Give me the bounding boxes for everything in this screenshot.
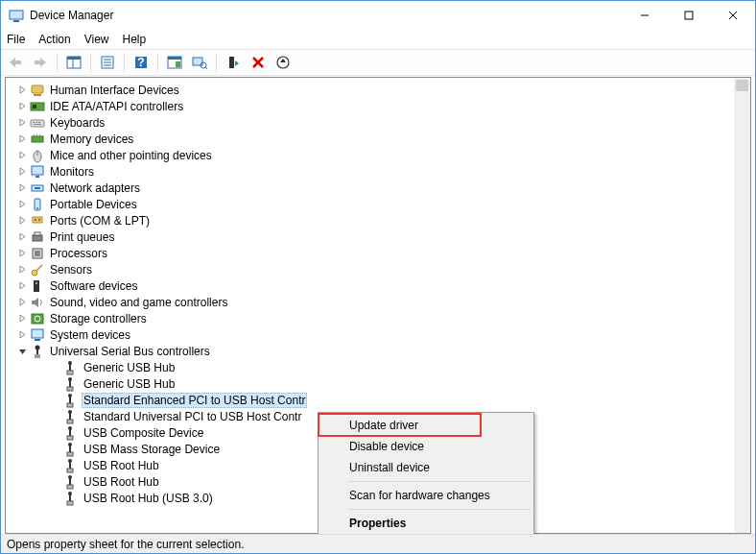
tree-node[interactable]: Memory devices [6, 131, 750, 147]
expand-icon[interactable] [15, 249, 29, 257]
menu-file[interactable]: File [7, 33, 25, 46]
properties-button[interactable] [97, 52, 118, 73]
usb-device-icon [62, 425, 78, 441]
help-button[interactable]: ? [130, 52, 152, 73]
enable-device-button[interactable] [223, 52, 244, 73]
tree-node[interactable]: Print queues [6, 229, 750, 245]
svg-rect-69 [67, 387, 73, 391]
tree-node[interactable]: Network adapters [6, 180, 750, 196]
tree-label: Print queues [48, 230, 116, 244]
expand-icon[interactable] [15, 200, 29, 208]
device-icon [30, 164, 45, 180]
expand-icon[interactable] [15, 102, 29, 110]
tree-node-usb[interactable]: Universal Serial Bus controllers [6, 343, 750, 359]
forward-button[interactable] [30, 52, 51, 73]
context-menu: Update driver Disable device Uninstall d… [318, 412, 534, 537]
cm-scan-hardware[interactable]: Scan for hardware changes [320, 485, 532, 506]
expand-icon[interactable] [15, 183, 29, 192]
tree-label: USB Root Hub [82, 459, 161, 472]
device-icon [30, 311, 45, 326]
tree-node[interactable]: Portable Devices [6, 196, 750, 212]
cm-disable-device[interactable]: Disable device [320, 436, 532, 457]
expand-icon[interactable] [15, 281, 29, 290]
cm-update-driver[interactable]: Update driver [320, 415, 532, 436]
tree-child[interactable]: Generic USB Hub [6, 359, 750, 375]
tree-node[interactable]: Sound, video and game controllers [6, 294, 750, 310]
expand-icon[interactable] [15, 330, 29, 339]
tree-label: Monitors [48, 165, 96, 179]
svg-rect-71 [69, 397, 71, 403]
device-icon [30, 148, 45, 163]
menu-view[interactable]: View [84, 33, 109, 46]
usb-device-icon [62, 393, 78, 408]
action-button[interactable] [164, 52, 185, 73]
svg-point-49 [35, 219, 36, 221]
expand-icon[interactable] [15, 232, 29, 241]
tree-node[interactable]: Processors [6, 245, 750, 261]
svg-rect-83 [69, 462, 71, 469]
tree-label: Generic USB Hub [82, 361, 177, 374]
expand-icon[interactable] [15, 298, 29, 306]
cm-uninstall-device[interactable]: Uninstall device [320, 457, 532, 478]
expand-icon[interactable] [15, 216, 29, 225]
device-icon [30, 278, 45, 294]
svg-rect-1 [13, 20, 19, 22]
svg-rect-65 [69, 364, 71, 371]
svg-rect-45 [35, 187, 40, 189]
tree-node[interactable]: System devices [6, 326, 750, 343]
app-icon [9, 8, 24, 23]
minimize-button[interactable] [623, 1, 667, 30]
expand-icon[interactable] [15, 85, 29, 94]
back-button[interactable] [5, 52, 26, 73]
scan-hardware-button[interactable] [189, 52, 210, 73]
tree-label: Processors [48, 247, 109, 260]
window-title: Device Manager [30, 9, 623, 22]
tree-node[interactable]: Mice and other pointing devices [6, 147, 750, 163]
expand-icon[interactable] [15, 118, 29, 127]
expand-icon[interactable] [15, 167, 29, 176]
svg-rect-86 [69, 478, 71, 485]
tree-node[interactable]: Sensors [6, 261, 750, 277]
expand-icon[interactable] [15, 314, 29, 323]
menu-action[interactable]: Action [38, 33, 70, 46]
cm-properties[interactable]: Properties [320, 513, 532, 534]
svg-rect-87 [67, 485, 73, 489]
tree-child[interactable]: Generic USB Hub [6, 375, 750, 392]
menu-help[interactable]: Help [123, 33, 147, 46]
usb-device-icon [62, 376, 78, 392]
cm-separator [347, 481, 531, 482]
svg-rect-35 [34, 124, 41, 125]
tree-label: IDE ATA/ATAPI controllers [48, 100, 185, 113]
close-button[interactable] [711, 1, 755, 30]
tree-child[interactable]: Standard Enhanced PCI to USB Host Contr [6, 392, 750, 408]
update-driver-button[interactable] [272, 52, 294, 73]
svg-rect-66 [67, 371, 73, 374]
expand-icon[interactable] [15, 151, 29, 159]
expand-icon[interactable] [15, 134, 29, 143]
show-hide-tree-button[interactable] [63, 52, 84, 73]
tree-node[interactable]: Keyboards [6, 114, 750, 131]
tree-label: USB Mass Storage Device [82, 443, 222, 456]
tree-node[interactable]: Human Interface Devices [6, 82, 750, 98]
maximize-button[interactable] [667, 1, 711, 30]
collapse-icon[interactable] [15, 347, 29, 355]
scrollbar[interactable] [734, 78, 750, 533]
svg-rect-61 [35, 339, 40, 341]
tree-node[interactable]: Monitors [6, 163, 750, 180]
tree-node[interactable]: Software devices [6, 277, 750, 294]
svg-rect-39 [39, 134, 40, 136]
tree-label: USB Root Hub (USB 3.0) [82, 492, 215, 505]
tree-node[interactable]: Ports (COM & LPT) [6, 212, 750, 229]
tree-label: Network adapters [48, 181, 142, 195]
svg-rect-6 [15, 60, 21, 64]
tree-node[interactable]: Storage controllers [6, 310, 750, 326]
svg-rect-63 [36, 349, 38, 354]
device-icon [30, 229, 45, 245]
tree-label: Standard Universal PCI to USB Host Contr [82, 410, 303, 423]
tree-label: Sensors [48, 263, 94, 277]
svg-rect-38 [36, 134, 37, 136]
svg-rect-68 [69, 380, 71, 387]
expand-icon[interactable] [15, 265, 29, 274]
uninstall-device-button[interactable] [248, 52, 269, 73]
tree-node[interactable]: IDE ATA/ATAPI controllers [6, 98, 750, 114]
